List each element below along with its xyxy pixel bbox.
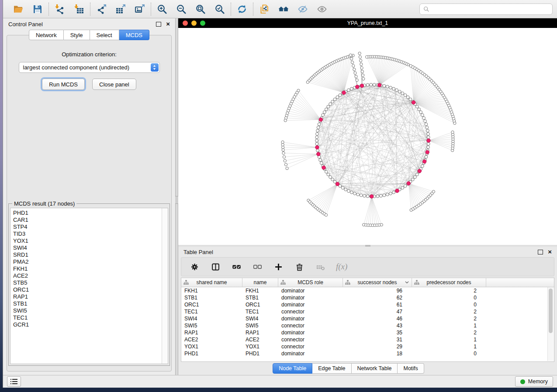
- table-cell[interactable]: PHD1: [181, 351, 242, 357]
- tab-select[interactable]: Select: [90, 30, 119, 40]
- column-header-mcds-role[interactable]: MCDS role: [278, 278, 343, 287]
- table-cell[interactable]: connector: [278, 323, 343, 329]
- list-item[interactable]: SRD1: [13, 251, 162, 258]
- tab-network-table[interactable]: Network Table: [352, 363, 398, 374]
- close-panel-icon[interactable]: ×: [548, 249, 552, 254]
- tab-mcds[interactable]: MCDS: [119, 30, 149, 40]
- criterion-dropdown[interactable]: largest connected component (undirected): [19, 62, 160, 73]
- first-neighbors-icon[interactable]: [278, 3, 289, 15]
- table-cell[interactable]: FKH1: [242, 288, 278, 294]
- column-header-successor-nodes[interactable]: successor nodes: [343, 278, 412, 287]
- table-cell[interactable]: TEC1: [181, 309, 242, 315]
- export-table-icon[interactable]: [115, 3, 126, 15]
- table-cell[interactable]: 0: [412, 302, 486, 308]
- table-cell[interactable]: SWI5: [242, 323, 278, 329]
- duplicate-network-icon[interactable]: [259, 3, 270, 15]
- table-cell[interactable]: 2: [412, 330, 486, 336]
- memory-button[interactable]: Memory: [515, 376, 553, 387]
- close-panel-button[interactable]: Close panel: [92, 79, 136, 90]
- column-header-name[interactable]: name: [242, 278, 278, 287]
- table-cell[interactable]: 2: [412, 316, 486, 322]
- table-cell[interactable]: ACE2: [242, 337, 278, 343]
- list-item[interactable]: PHD1: [13, 210, 162, 217]
- table-cell[interactable]: 35: [343, 330, 412, 336]
- zoom-selected-icon[interactable]: [214, 3, 225, 15]
- table-cell[interactable]: 0: [412, 295, 486, 301]
- list-item[interactable]: TID3: [13, 230, 162, 237]
- table-cell[interactable]: dominator: [278, 288, 343, 294]
- table-cell[interactable]: 29: [343, 344, 412, 350]
- open-session-icon[interactable]: [13, 3, 24, 15]
- table-cell[interactable]: 96: [343, 288, 412, 294]
- table-cell[interactable]: 2: [412, 288, 486, 294]
- table-row[interactable]: TEC1TEC1connector472: [181, 308, 554, 315]
- table-cell[interactable]: SWI4: [181, 316, 242, 322]
- hide-selected-icon[interactable]: [297, 3, 308, 15]
- columns-icon[interactable]: [210, 261, 221, 272]
- table-row[interactable]: ACE2ACE2connector311: [181, 336, 554, 343]
- table-cell[interactable]: STB1: [242, 295, 278, 301]
- splitter-grip[interactable]: [175, 196, 178, 204]
- table-cell[interactable]: connector: [278, 344, 343, 350]
- close-panel-icon[interactable]: ×: [166, 21, 170, 27]
- table-cell[interactable]: PHD1: [242, 351, 278, 357]
- network-canvas[interactable]: [178, 28, 557, 245]
- table-row[interactable]: FKH1FKH1dominator962: [181, 287, 554, 294]
- table-cell[interactable]: 43: [343, 323, 412, 329]
- select-all-icon[interactable]: [231, 261, 242, 272]
- table-row[interactable]: SWI4SWI4dominator462: [181, 315, 554, 322]
- list-item[interactable]: CAR1: [13, 217, 162, 224]
- list-item[interactable]: RAP1: [13, 293, 162, 300]
- table-cell[interactable]: 2: [412, 309, 486, 315]
- table-scrollbar[interactable]: [547, 287, 554, 361]
- table-row[interactable]: RAP1RAP1dominator352: [181, 329, 554, 336]
- list-item[interactable]: ORC1: [13, 286, 162, 293]
- table-row[interactable]: PHD1PHD1dominator180: [181, 350, 554, 357]
- column-header-shared-name[interactable]: shared name: [181, 278, 242, 287]
- result-list-scrollbar[interactable]: [162, 208, 168, 364]
- run-mcds-button[interactable]: Run MCDS: [42, 79, 85, 90]
- add-icon[interactable]: [273, 261, 284, 272]
- export-network-icon[interactable]: [96, 3, 107, 15]
- table-cell[interactable]: 31: [343, 337, 412, 343]
- close-window-icon[interactable]: [183, 21, 188, 26]
- settings-icon[interactable]: [189, 261, 200, 272]
- list-item[interactable]: ACE2: [13, 272, 162, 279]
- table-cell[interactable]: ACE2: [181, 337, 242, 343]
- export-image-icon[interactable]: [134, 3, 145, 15]
- save-session-icon[interactable]: [32, 3, 43, 15]
- table-cell[interactable]: dominator: [278, 330, 343, 336]
- import-network-icon[interactable]: [54, 3, 66, 15]
- column-header-predecessor-nodes[interactable]: predecessor nodes: [412, 278, 486, 287]
- table-cell[interactable]: TEC1: [242, 309, 278, 315]
- zoom-in-icon[interactable]: [156, 3, 168, 15]
- table-cell[interactable]: 1: [412, 323, 486, 329]
- refresh-icon[interactable]: [236, 3, 248, 15]
- table-cell[interactable]: dominator: [278, 295, 343, 301]
- tab-motifs[interactable]: Motifs: [398, 363, 424, 374]
- splitter-grip[interactable]: [365, 245, 370, 247]
- list-item[interactable]: SWI5: [13, 307, 162, 314]
- zoom-fit-icon[interactable]: [195, 3, 206, 15]
- list-item[interactable]: YOX1: [13, 237, 162, 244]
- list-item[interactable]: TEC1: [13, 314, 162, 321]
- float-panel-icon[interactable]: [156, 22, 161, 27]
- table-row[interactable]: YOX1YOX1connector291: [181, 343, 554, 350]
- table-cell[interactable]: ORC1: [242, 302, 278, 308]
- table-cell[interactable]: STB1: [181, 295, 242, 301]
- zoom-out-icon[interactable]: [176, 3, 187, 15]
- table-cell[interactable]: YOX1: [242, 344, 278, 350]
- table-cell[interactable]: FKH1: [181, 288, 242, 294]
- table-cell[interactable]: SWI5: [181, 323, 242, 329]
- table-cell[interactable]: 61: [343, 302, 412, 308]
- table-cell[interactable]: RAP1: [242, 330, 278, 336]
- table-row[interactable]: STB1STB1dominator620: [181, 294, 554, 301]
- list-item[interactable]: FKH1: [13, 265, 162, 272]
- table-cell[interactable]: ORC1: [181, 302, 242, 308]
- delete-icon[interactable]: [294, 261, 304, 272]
- table-cell[interactable]: dominator: [278, 316, 343, 322]
- horizontal-splitter[interactable]: [178, 245, 557, 247]
- float-panel-icon[interactable]: [538, 250, 543, 254]
- tab-network[interactable]: Network: [29, 30, 64, 40]
- table-cell[interactable]: connector: [278, 337, 343, 343]
